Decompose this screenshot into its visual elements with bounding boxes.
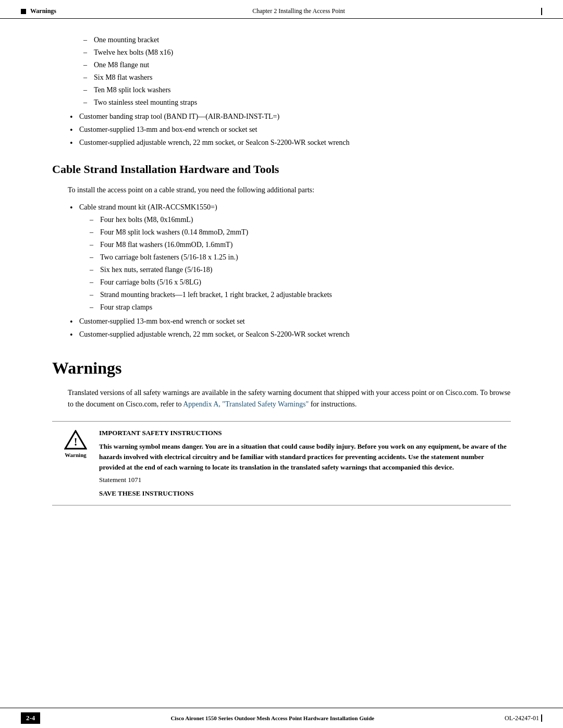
list-item: Four M8 flat washers (16.0mmOD, 1.6mmT) bbox=[90, 239, 511, 250]
list-item: Strand mounting brackets—1 left bracket,… bbox=[90, 289, 511, 300]
list-item: Customer-supplied 13-mm and box-end wren… bbox=[68, 124, 511, 135]
cable-strand-bullet-list: Cable strand mount kit (AIR-ACCSMK1550=)… bbox=[68, 202, 511, 340]
list-item: Customer-supplied adjustable wrench, 22 … bbox=[68, 329, 511, 340]
list-item: Cable strand mount kit (AIR-ACCSMK1550=)… bbox=[68, 202, 511, 313]
warning-content: Important Safety Instructions This warni… bbox=[99, 428, 511, 499]
list-item: Ten M8 split lock washers bbox=[83, 84, 511, 95]
footer-page-number: 2-4 bbox=[21, 712, 40, 724]
list-item: Six M8 flat washers bbox=[83, 72, 511, 83]
cable-strand-sub-list: Four hex bolts (M8, 0x16mmL) Four M8 spl… bbox=[90, 214, 511, 313]
list-item: Customer-supplied adjustable wrench, 22 … bbox=[68, 137, 511, 148]
list-item: Four carriage bolts (5/16 x 5/8LG) bbox=[90, 277, 511, 288]
header-center-text: Chapter 2 Installing the Access Point bbox=[252, 7, 345, 15]
warning-box: ! Warning Important Safety Instructions … bbox=[52, 421, 511, 506]
header-square-icon bbox=[21, 9, 26, 14]
warnings-heading: Warnings bbox=[52, 359, 511, 378]
cable-strand-intro: To install the access point on a cable s… bbox=[68, 184, 511, 196]
warnings-intro: Translated versions of all safety warnin… bbox=[68, 387, 511, 411]
list-item: One M8 flange nut bbox=[83, 59, 511, 70]
warning-statement: Statement 1071 bbox=[99, 475, 511, 485]
main-content: One mounting bracket Twelve hex bolts (M… bbox=[0, 19, 563, 547]
list-item: Customer-supplied 13-mm box-end wrench o… bbox=[68, 316, 511, 327]
footer-center-text: Cisco Aironet 1550 Series Outdoor Mesh A… bbox=[170, 715, 374, 721]
header-left: Warnings bbox=[21, 7, 56, 15]
warning-triangle-icon: ! bbox=[64, 430, 87, 450]
warning-icon-column: ! Warning bbox=[52, 428, 99, 458]
warning-body: This warning symbol means danger. You ar… bbox=[99, 441, 511, 473]
save-instructions: Save These Instructions bbox=[99, 488, 511, 499]
cable-strand-section: Cable Strand Installation Hardware and T… bbox=[52, 163, 511, 340]
warning-title: Important Safety Instructions bbox=[99, 428, 511, 438]
header-vert-bar bbox=[541, 8, 542, 15]
list-item: Four M8 split lock washers (0.14 8mmoD, … bbox=[90, 227, 511, 238]
list-item: Four hex bolts (M8, 0x16mmL) bbox=[90, 214, 511, 225]
page-header: Warnings Chapter 2 Installing the Access… bbox=[0, 0, 563, 19]
warnings-section: Warnings Translated versions of all safe… bbox=[52, 359, 511, 506]
footer-right-text: OL-24247-01 bbox=[505, 714, 539, 722]
header-left-label: Warnings bbox=[30, 7, 56, 15]
initial-bullet-list: Customer banding strap tool (BAND IT)—(A… bbox=[68, 111, 511, 148]
list-item: Four strap clamps bbox=[90, 302, 511, 313]
svg-text:!: ! bbox=[74, 436, 78, 448]
list-item: Two carriage bolt fasteners (5/16-18 x 1… bbox=[90, 252, 511, 263]
header-center: Chapter 2 Installing the Access Point bbox=[252, 7, 345, 15]
initial-dash-list: One mounting bracket Twelve hex bolts (M… bbox=[83, 34, 511, 108]
list-item: Six hex nuts, serrated flange (5/16-18) bbox=[90, 264, 511, 275]
list-item: Two stainless steel mounting straps bbox=[83, 97, 511, 108]
footer-right: OL-24247-01 bbox=[505, 714, 542, 722]
header-right bbox=[541, 8, 542, 15]
list-item: One mounting bracket bbox=[83, 34, 511, 45]
page-footer: 2-4 Cisco Aironet 1550 Series Outdoor Me… bbox=[0, 708, 563, 728]
list-item: Twelve hex bolts (M8 x16) bbox=[83, 47, 511, 58]
footer-vert-bar bbox=[541, 714, 542, 722]
cable-strand-heading: Cable Strand Installation Hardware and T… bbox=[52, 163, 511, 176]
list-item: Customer banding strap tool (BAND IT)—(A… bbox=[68, 111, 511, 122]
warning-label: Warning bbox=[65, 452, 87, 458]
appendix-link[interactable]: Appendix A, "Translated Safety Warnings" bbox=[183, 400, 309, 408]
page-container: Warnings Chapter 2 Installing the Access… bbox=[0, 0, 563, 728]
